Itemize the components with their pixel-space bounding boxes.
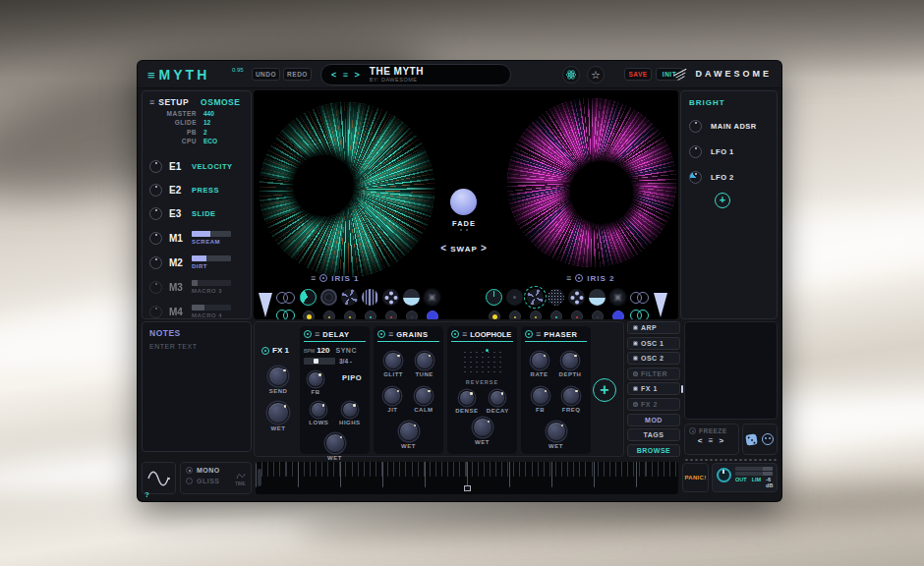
preset-selector[interactable]: < ≡ > THE MYTH BY: DAWESOME xyxy=(320,64,511,85)
tab-arp[interactable]: ARP xyxy=(627,321,680,334)
param-value[interactable]: 2 xyxy=(203,129,207,136)
help-button[interactable]: ? xyxy=(144,490,149,499)
chevron-left-icon[interactable]: < xyxy=(440,243,447,254)
tab-osc1[interactable]: OSC 1 xyxy=(627,337,680,350)
lfo2-knob[interactable] xyxy=(689,171,702,184)
iris1-knob-5[interactable] xyxy=(385,311,397,319)
grains-led-icon[interactable] xyxy=(377,330,385,338)
iris1-stripes-icon[interactable] xyxy=(362,289,378,306)
loophole-decay-knob[interactable] xyxy=(490,390,505,406)
level-value[interactable]: -6 dB xyxy=(766,477,773,488)
phaser-led-icon[interactable] xyxy=(525,330,533,338)
param-value[interactable]: 440 xyxy=(203,110,214,117)
gliss-radio[interactable] xyxy=(186,478,193,484)
modulator-row[interactable]: MAIN ADSR xyxy=(689,120,769,133)
iris1-knob-1[interactable] xyxy=(303,311,315,319)
iris2-cross-icon[interactable]: × xyxy=(609,289,626,306)
phaser-freq-knob[interactable] xyxy=(562,387,580,405)
tab-browse[interactable]: BROWSE xyxy=(627,444,680,457)
randomize-button[interactable] xyxy=(562,66,580,84)
loophole-wet-knob[interactable] xyxy=(473,418,492,437)
iris1-flower-icon[interactable] xyxy=(382,289,399,306)
e2-knob[interactable] xyxy=(149,184,162,197)
delay-highs-knob[interactable] xyxy=(342,402,358,418)
iris1-cross-icon[interactable]: × xyxy=(424,289,440,306)
iris2-dot-icon[interactable] xyxy=(506,289,523,306)
iris1-header[interactable]: ≡ IRIS 1 xyxy=(311,273,360,283)
param-value[interactable]: ECO xyxy=(203,138,217,144)
fx1-led-icon[interactable] xyxy=(261,347,269,355)
delay-time-slider[interactable] xyxy=(304,358,335,365)
fade-knob[interactable] xyxy=(450,189,477,215)
m2-knob[interactable] xyxy=(149,256,162,269)
glide-time-control[interactable]: TIME xyxy=(235,467,246,489)
iris1-blend-b-icon[interactable] xyxy=(276,310,296,319)
iris2-power-icon[interactable] xyxy=(486,289,502,306)
mono-option[interactable]: MONO xyxy=(186,467,220,474)
m1-knob[interactable] xyxy=(149,232,162,245)
expression-value[interactable]: SLIDE xyxy=(192,209,216,218)
loophole-dense-knob[interactable] xyxy=(459,390,475,406)
dice-icon[interactable] xyxy=(745,433,757,445)
delay-wet-knob[interactable] xyxy=(325,433,345,453)
sync-toggle[interactable]: SYNC xyxy=(335,347,356,354)
iris2-flower-icon[interactable] xyxy=(568,289,585,306)
tab-fx1[interactable]: FX 1 xyxy=(627,382,680,395)
iris2-knob-4[interactable] xyxy=(550,311,562,319)
tab-tags[interactable]: TAGS xyxy=(627,428,680,441)
robot-icon[interactable] xyxy=(762,433,774,445)
iris2-knob-6[interactable] xyxy=(592,311,604,319)
lfo1-knob[interactable] xyxy=(689,145,702,158)
iris2-knob-3[interactable] xyxy=(530,311,542,319)
save-button[interactable]: SAVE xyxy=(624,68,652,81)
delay-menu-icon[interactable]: ≡ xyxy=(315,329,319,339)
bpm-value[interactable]: 120 xyxy=(317,346,329,355)
setup-device-value[interactable]: OSMOSE xyxy=(201,97,240,107)
m3-slider[interactable] xyxy=(192,280,231,286)
fx-wet-knob[interactable] xyxy=(267,402,289,424)
keyboard-strip[interactable] xyxy=(256,462,678,494)
tab-osc2[interactable]: OSC 2 xyxy=(627,352,680,365)
expression-value[interactable]: VELOCITY xyxy=(192,162,233,171)
iris2-halfmoon-icon[interactable] xyxy=(589,289,606,306)
grains-calm-knob[interactable] xyxy=(415,387,433,405)
grains-wet-knob[interactable] xyxy=(399,422,419,441)
keyboard-position-handle[interactable] xyxy=(464,485,471,491)
loophole-menu-icon[interactable]: ≡ xyxy=(462,329,467,339)
gliss-option[interactable]: GLISS xyxy=(186,478,220,484)
modulator-row[interactable]: LFO 2 xyxy=(689,171,769,184)
param-value[interactable]: 12 xyxy=(203,119,210,126)
m3-knob[interactable] xyxy=(149,281,162,294)
loophole-reverse-label[interactable]: REVERSE xyxy=(451,379,513,385)
iris2-knob-1[interactable] xyxy=(489,311,500,319)
iris1-pinwheel-icon[interactable] xyxy=(341,289,358,306)
output-gain-knob[interactable] xyxy=(717,468,731,482)
m4-knob[interactable] xyxy=(149,306,162,318)
iris2-pinwheel-selected-icon[interactable] xyxy=(527,289,544,306)
iris2-knob-5[interactable] xyxy=(571,311,583,319)
iris2-header[interactable]: ≡ IRIS 2 xyxy=(566,273,615,283)
delay-lows-knob[interactable] xyxy=(311,402,326,418)
e3-knob[interactable] xyxy=(149,207,162,220)
notes-placeholder[interactable]: ENTER TEXT xyxy=(149,343,244,350)
mono-radio[interactable] xyxy=(186,467,193,474)
phaser-wet-knob[interactable] xyxy=(547,422,566,441)
iris2-morph-triangle[interactable] xyxy=(654,293,667,317)
add-fx-button[interactable]: + xyxy=(593,378,616,402)
iris1-knob-6[interactable] xyxy=(406,311,418,319)
iris2-knob-7[interactable] xyxy=(612,311,624,319)
grains-jit-knob[interactable] xyxy=(383,387,401,405)
keyboard-left-notch[interactable] xyxy=(258,469,261,486)
phaser-rate-knob[interactable] xyxy=(531,352,549,369)
iris1-morph-triangle[interactable] xyxy=(259,293,272,317)
iris1-knob-4[interactable] xyxy=(365,311,376,319)
lim-toggle[interactable]: LIM xyxy=(752,477,761,488)
iris2-mesh-icon[interactable] xyxy=(548,289,564,306)
delay-time-value[interactable]: 3/4 - xyxy=(339,358,352,365)
iris1-knob-2[interactable] xyxy=(323,311,335,319)
iris1-knob-3[interactable] xyxy=(344,311,356,319)
loophole-pattern-grid[interactable] xyxy=(460,348,505,375)
m1-slider[interactable] xyxy=(192,231,231,237)
iris1-halfmoon-icon[interactable] xyxy=(403,289,420,306)
freeze-button[interactable]: FREEZE < ≡ > xyxy=(684,424,739,455)
